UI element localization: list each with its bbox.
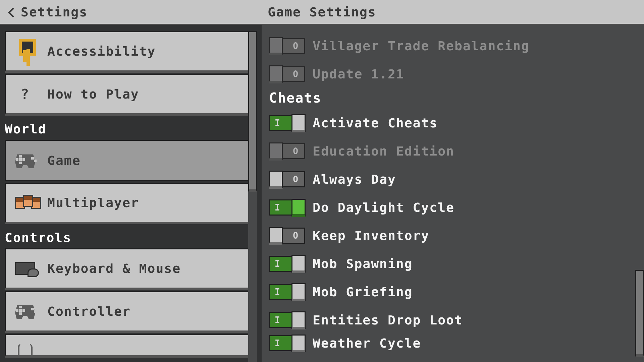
sidebar-item-controller[interactable]: Controller <box>5 291 252 333</box>
question-icon: ? <box>15 84 35 104</box>
sidebar-item-label: Accessibility <box>47 44 156 59</box>
toggle-activate-cheats[interactable]: I <box>269 115 305 131</box>
key-icon <box>15 41 35 61</box>
row-mob-griefing: I Mob Griefing <box>269 278 631 306</box>
toggle-on-glyph: I <box>275 118 281 128</box>
sidebar-scrollbar[interactable] <box>248 31 257 362</box>
toggle-mob-spawning[interactable]: I <box>269 256 305 272</box>
toggle-off-glyph: O <box>293 41 299 51</box>
toggle-on-glyph: I <box>275 202 281 213</box>
main-split: Accessibility ? How to Play World Game M… <box>0 25 644 362</box>
toggle-on-glyph: I <box>275 287 281 297</box>
toggle-knob <box>291 311 306 329</box>
section-title-cheats: Cheats <box>269 90 631 106</box>
row-label: Education Edition <box>313 144 454 159</box>
row-label: Villager Trade Rebalancing <box>313 39 530 53</box>
gamepad-icon <box>15 150 35 171</box>
page-title: Game Settings <box>268 5 376 19</box>
row-do-daylight-cycle: I Do Daylight Cycle <box>269 193 631 222</box>
content-scrollbar-thumb[interactable] <box>635 270 644 357</box>
sidebar-item-touch[interactable] <box>5 334 252 358</box>
toggle-villager-trade-rebalancing[interactable]: O <box>269 38 305 54</box>
row-mob-spawning: I Mob Spawning <box>269 250 631 278</box>
row-label: Entities Drop Loot <box>313 313 463 327</box>
back-label: Settings <box>21 5 88 19</box>
toggle-entities-drop-loot[interactable]: I <box>269 312 305 328</box>
toggle-off-glyph: O <box>293 174 299 184</box>
toggle-education-edition[interactable]: O <box>269 143 305 159</box>
toggle-on-glyph: I <box>275 259 281 269</box>
toggle-weather-cycle[interactable]: I <box>269 335 305 351</box>
sidebar-item-game[interactable]: Game <box>5 140 252 181</box>
chevron-left-icon <box>7 8 16 16</box>
row-label: Mob Spawning <box>313 256 413 271</box>
row-update-121: O Update 1.21 <box>269 60 631 88</box>
row-label: Always Day <box>313 172 396 187</box>
row-villager-trade-rebalancing: O Villager Trade Rebalancing <box>269 32 631 60</box>
toggle-on-glyph: I <box>275 338 281 348</box>
toggle-knob <box>269 65 283 83</box>
sidebar-item-label: Multiplayer <box>47 195 139 210</box>
sidebar-item-accessibility[interactable]: Accessibility <box>5 31 252 73</box>
toggle-knob <box>291 114 306 132</box>
row-always-day: O Always Day <box>269 165 631 193</box>
sidebar-item-label: Game <box>47 153 81 168</box>
row-label: Mob Griefing <box>313 285 413 299</box>
toggle-off-glyph: O <box>293 146 299 156</box>
row-label: Keep Inventory <box>313 228 429 243</box>
sidebar-item-label: Controller <box>47 304 131 319</box>
sidebar-category-world: World <box>5 122 252 136</box>
toggle-off-glyph: O <box>293 231 299 241</box>
row-label: Do Daylight Cycle <box>313 200 454 215</box>
row-label: Activate Cheats <box>313 116 438 130</box>
toggle-on-glyph: I <box>275 315 281 325</box>
row-weather-cycle: I Weather Cycle <box>269 334 631 352</box>
toggle-knob <box>291 335 306 352</box>
toggle-knob <box>269 227 283 245</box>
toggle-knob <box>291 199 306 217</box>
toggle-mob-griefing[interactable]: I <box>269 284 305 300</box>
toggle-always-day[interactable]: O <box>269 171 305 187</box>
row-entities-drop-loot: I Entities Drop Loot <box>269 306 631 334</box>
row-activate-cheats: I Activate Cheats <box>269 109 631 137</box>
toggle-knob <box>269 171 283 189</box>
sidebar-item-label: Keyboard & Mouse <box>47 261 181 276</box>
sidebar-scrollbar-thumb[interactable] <box>248 31 257 192</box>
row-keep-inventory: O Keep Inventory <box>269 222 631 250</box>
sidebar-item-multiplayer[interactable]: Multiplayer <box>5 183 252 224</box>
toggle-knob <box>269 142 283 161</box>
header-bar: Settings Game Settings <box>0 0 644 25</box>
back-button[interactable]: Settings <box>0 0 88 24</box>
sidebar-item-label: How to Play <box>47 87 139 102</box>
toggle-off-glyph: O <box>293 69 299 79</box>
sidebar-item-keyboard-mouse[interactable]: Keyboard & Mouse <box>5 248 252 290</box>
row-education-edition: O Education Edition <box>269 137 631 165</box>
toggle-knob <box>291 255 306 273</box>
sidebar-item-how-to-play[interactable]: ? How to Play <box>5 74 252 116</box>
gamepad-icon <box>15 301 35 321</box>
sidebar-category-controls: Controls <box>5 230 252 245</box>
toggle-knob <box>269 37 283 55</box>
toggle-update-121[interactable]: O <box>269 66 305 82</box>
keyboard-mouse-icon <box>15 258 35 279</box>
sidebar: Accessibility ? How to Play World Game M… <box>0 25 257 362</box>
page-title-wrap: Game Settings <box>0 5 644 19</box>
multiplayer-icon <box>15 193 35 213</box>
row-label: Update 1.21 <box>313 67 405 81</box>
row-label: Weather Cycle <box>313 336 421 351</box>
touch-icon <box>15 341 35 358</box>
toggle-knob <box>291 283 306 301</box>
toggle-keep-inventory[interactable]: O <box>269 228 305 244</box>
toggle-do-daylight-cycle[interactable]: I <box>269 199 305 216</box>
content-panel: O Villager Trade Rebalancing O Update 1.… <box>257 25 644 362</box>
content-scrollbar[interactable] <box>635 25 644 362</box>
